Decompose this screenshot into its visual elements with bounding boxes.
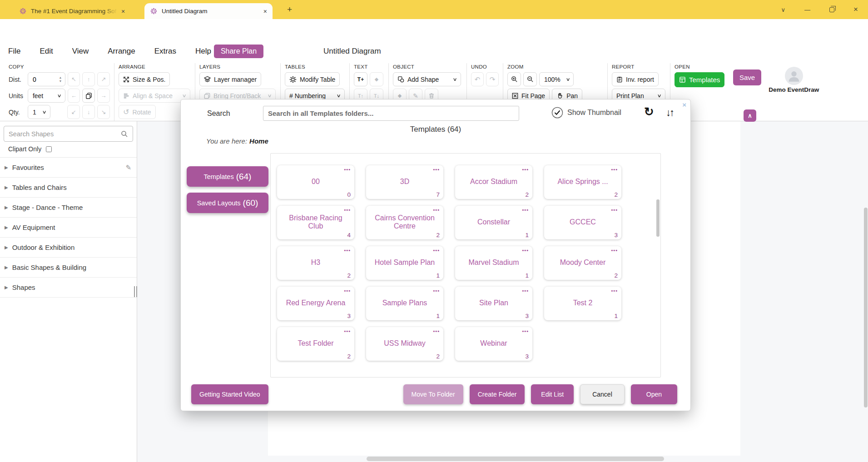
tab-saved-layouts[interactable]: Saved Layouts(60) <box>187 193 268 213</box>
user-profile[interactable]: Demo EventDraw <box>769 67 819 121</box>
folder-card[interactable]: ••• Marvel Stadium 1 <box>455 246 532 280</box>
folder-options-icon[interactable]: ••• <box>548 208 618 212</box>
browser-tab-1[interactable]: The #1 Event Diagramming Soft × <box>14 3 135 19</box>
sidebar-resize-handle[interactable] <box>134 286 137 297</box>
duplicate-button[interactable] <box>82 89 95 103</box>
cancel-button[interactable]: Cancel <box>580 384 625 404</box>
distance-input[interactable] <box>33 76 56 83</box>
undo-button[interactable]: ↶ <box>471 72 484 86</box>
folder-options-icon[interactable]: ••• <box>459 208 529 212</box>
folder-card[interactable]: ••• Constellar 1 <box>455 206 532 239</box>
move-to-folder-button[interactable]: Move To Folder <box>403 384 463 404</box>
folder-grid-scrollbar[interactable] <box>656 199 660 237</box>
copy-up-button[interactable]: ↑ <box>82 72 95 86</box>
distance-stepper[interactable]: ▲▼ <box>28 72 65 86</box>
copy-right-button[interactable]: → <box>97 89 110 103</box>
folder-options-icon[interactable]: ••• <box>370 248 440 253</box>
align-space-dropdown[interactable]: Align & Space∨ <box>119 89 190 103</box>
layer-manager-button[interactable]: Layer manager <box>199 72 261 86</box>
shape-search-box[interactable] <box>4 126 133 142</box>
create-folder-button[interactable]: Create Folder <box>470 384 525 404</box>
size-position-button[interactable]: Size & Pos. <box>119 72 170 86</box>
zoom-in-button[interactable] <box>507 72 521 86</box>
folder-options-icon[interactable]: ••• <box>370 329 440 333</box>
folder-options-icon[interactable]: ••• <box>281 329 351 333</box>
inventory-report-button[interactable]: Inv. report <box>612 72 659 86</box>
folder-card[interactable]: ••• Moody Center 2 <box>544 246 621 280</box>
menu-arrange[interactable]: Arrange <box>108 47 135 56</box>
folder-card[interactable]: ••• Brisbane Racing Club 4 <box>277 206 354 239</box>
folder-options-icon[interactable]: ••• <box>370 288 440 293</box>
tab-close-icon[interactable]: × <box>121 8 125 15</box>
folder-card[interactable]: ••• H3 2 <box>277 246 354 280</box>
folder-card[interactable]: ••• Test Folder 2 <box>277 327 354 361</box>
rotate-button[interactable]: ↺Rotate <box>119 105 156 119</box>
folder-card[interactable]: ••• USS Midway 2 <box>366 327 443 361</box>
folder-options-icon[interactable]: ••• <box>548 288 618 293</box>
tab-close-icon[interactable]: × <box>263 8 267 15</box>
sort-icon[interactable]: ↓↑ <box>666 107 673 119</box>
copy-down-button[interactable]: ↓ <box>82 105 95 119</box>
copy-down-right-button[interactable]: ↘ <box>97 105 110 119</box>
sidebar-item-basic-shapes-building[interactable]: ▶ Basic Shapes & Building <box>0 258 137 278</box>
redo-button[interactable]: ↷ <box>486 72 499 86</box>
menu-help[interactable]: Help <box>195 47 211 56</box>
folder-card[interactable]: ••• Alice Springs ... 2 <box>544 165 621 199</box>
sidebar-item-shapes[interactable]: ▶ Shapes <box>0 278 137 298</box>
folder-options-icon[interactable]: ••• <box>370 208 440 212</box>
clipart-only-checkbox[interactable] <box>46 146 52 152</box>
sidebar-item-tables-and-chairs[interactable]: ▶ Tables and Chairs <box>0 178 137 198</box>
menu-extras[interactable]: Extras <box>154 47 176 56</box>
modify-table-button[interactable]: Modify Table <box>285 72 340 86</box>
tab-templates[interactable]: Templates(64) <box>187 166 268 187</box>
window-menu-chevron-icon[interactable]: ∨ <box>781 6 786 13</box>
open-button[interactable]: Open <box>631 384 677 404</box>
menu-file[interactable]: File <box>8 47 20 56</box>
folder-card[interactable]: ••• Red Energy Arena 3 <box>277 287 354 320</box>
save-button[interactable]: Save <box>733 70 761 85</box>
folder-options-icon[interactable]: ••• <box>281 167 351 172</box>
horizontal-scrollbar[interactable] <box>367 457 664 461</box>
folder-card[interactable]: ••• Hotel Sample Plan 1 <box>366 246 443 280</box>
shape-search-input[interactable] <box>9 130 121 138</box>
dialog-close-icon[interactable]: × <box>682 101 686 109</box>
vertical-scrollbar[interactable] <box>864 208 868 407</box>
zoom-level-select[interactable]: 100%∨ <box>539 72 574 86</box>
folder-options-icon[interactable]: ••• <box>281 208 351 212</box>
copy-up-right-button[interactable]: ↗ <box>97 72 110 86</box>
units-select[interactable]: feet∨ <box>28 89 65 103</box>
edit-list-button[interactable]: Edit List <box>531 384 574 404</box>
add-shape-dropdown[interactable]: Add Shape∨ <box>393 72 461 86</box>
folder-card[interactable]: ••• Test 2 1 <box>544 287 621 320</box>
folder-options-icon[interactable]: ••• <box>459 167 529 172</box>
copy-down-left-button[interactable]: ↙ <box>67 105 80 119</box>
folder-card[interactable]: ••• 00 0 <box>277 165 354 199</box>
new-tab-button[interactable]: + <box>287 5 292 15</box>
folder-card[interactable]: ••• Site Plan 3 <box>455 287 532 320</box>
copy-up-left-button[interactable]: ↖ <box>68 72 80 86</box>
browser-tab-2-active[interactable]: Untitled Diagram × <box>144 3 273 19</box>
add-text-button[interactable]: T+ <box>354 72 367 86</box>
menu-edit[interactable]: Edit <box>40 47 53 56</box>
sidebar-item-favourites[interactable]: ▶ Favourites ✎ <box>0 158 137 178</box>
folder-options-icon[interactable]: ••• <box>548 167 618 172</box>
folder-card[interactable]: ••• GCCEC 3 <box>544 206 621 239</box>
edit-pencil-icon[interactable]: ✎ <box>125 164 131 172</box>
folder-options-icon[interactable]: ••• <box>281 248 351 253</box>
sidebar-item-stage-dance-theme[interactable]: ▶ Stage - Dance - Theme <box>0 198 137 218</box>
window-close-icon[interactable]: × <box>853 5 858 14</box>
folder-options-icon[interactable]: ••• <box>459 288 529 293</box>
folder-card[interactable]: ••• Cairns Convention Centre 2 <box>366 206 443 239</box>
folder-options-icon[interactable]: ••• <box>281 288 351 293</box>
folder-options-icon[interactable]: ••• <box>548 248 618 253</box>
collapse-toolbar-button[interactable]: ∧ <box>744 109 756 122</box>
zoom-out-button[interactable] <box>523 72 537 86</box>
sidebar-item-outdoor-exhibition[interactable]: ▶ Outdoor & Exhibition <box>0 238 137 258</box>
templates-button[interactable]: Templates <box>675 72 724 87</box>
menu-view[interactable]: View <box>72 47 89 56</box>
folder-options-icon[interactable]: ••• <box>370 167 440 172</box>
window-minimize-icon[interactable]: — <box>804 6 810 13</box>
refresh-icon[interactable]: ↻ <box>644 105 654 119</box>
folder-options-icon[interactable]: ••• <box>459 329 529 333</box>
window-restore-icon[interactable] <box>829 7 834 12</box>
